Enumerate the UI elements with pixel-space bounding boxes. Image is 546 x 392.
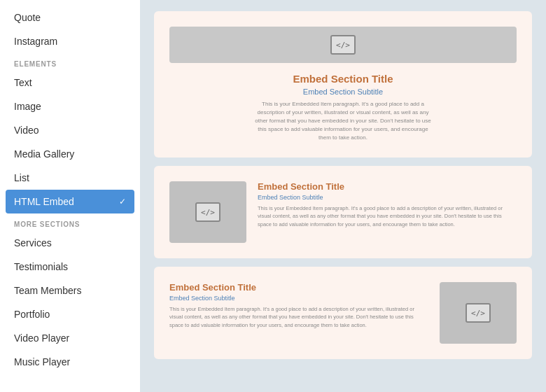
card2-embed-box: </> (169, 181, 246, 243)
sidebar-item-html-embed[interactable]: HTML Embed ✓ (6, 190, 134, 214)
sidebar-item-text[interactable]: Text (0, 71, 140, 94)
card1-text: Embed Section Title Embed Section Subtit… (169, 73, 517, 142)
card3-title: Embed Section Title (169, 282, 428, 293)
card2-subtitle: Embed Section Subtitle (258, 194, 517, 201)
template-card-2[interactable]: </> Embed Section Title Embed Section Su… (154, 166, 532, 258)
sidebar-item-image[interactable]: Image (0, 94, 140, 118)
sidebar-item-portfolio[interactable]: Portfolio (0, 302, 140, 326)
card1-embed-box: </> (169, 27, 517, 63)
sidebar-item-video-player[interactable]: Video Player (0, 326, 140, 350)
embed-icon-3: </> (465, 303, 491, 323)
card2-body: This is your Embedded Item paragraph. It… (258, 204, 517, 228)
section-label-more: MORE SECTIONS (0, 214, 140, 231)
embed-icon-1: </> (330, 35, 356, 55)
sidebar-item-video[interactable]: Video (0, 118, 140, 142)
card3-content: Embed Section Title Embed Section Subtit… (169, 282, 428, 329)
template-card-1[interactable]: </> Embed Section Title Embed Section Su… (154, 11, 532, 158)
card3-body: This is your Embedded Item paragraph. It… (169, 305, 428, 329)
card3-embed-box: </> (440, 282, 517, 344)
sidebar-item-team-members[interactable]: Team Members (0, 279, 140, 302)
card3-subtitle: Embed Section Subtitle (169, 295, 428, 302)
check-icon: ✓ (119, 197, 126, 206)
card2-title: Embed Section Title (258, 181, 517, 192)
sidebar-item-list[interactable]: List (0, 166, 140, 190)
sidebar-item-testimonials[interactable]: Testimonials (0, 255, 140, 279)
card3-layout: Embed Section Title Embed Section Subtit… (169, 282, 517, 344)
section-label-elements: ELEMENTS (0, 53, 140, 71)
main-content: </> Embed Section Title Embed Section Su… (140, 0, 546, 392)
card1-body: This is your Embedded Item paragraph. It… (252, 100, 434, 142)
card2-layout: </> Embed Section Title Embed Section Su… (169, 181, 517, 243)
sidebar-item-media-gallery[interactable]: Media Gallery (0, 142, 140, 166)
sidebar-item-instagram[interactable]: Instagram (0, 29, 140, 53)
sidebar: Quote Instagram ELEMENTS Text Image Vide… (0, 0, 140, 392)
embed-icon-2: </> (195, 202, 220, 222)
card1-title: Embed Section Title (169, 73, 517, 85)
sidebar-item-services[interactable]: Services (0, 231, 140, 255)
template-card-3[interactable]: Embed Section Title Embed Section Subtit… (154, 267, 532, 359)
sidebar-item-quote[interactable]: Quote (0, 6, 140, 29)
card1-subtitle: Embed Section Subtitle (169, 88, 517, 96)
card2-content: Embed Section Title Embed Section Subtit… (258, 181, 517, 228)
sidebar-item-music-player[interactable]: Music Player (0, 350, 140, 374)
